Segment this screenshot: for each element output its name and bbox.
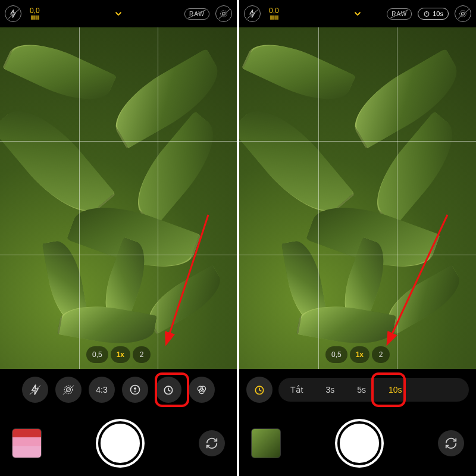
last-photo-thumbnail[interactable] [12, 428, 42, 458]
zoom-0-5x[interactable]: 0,5 [86, 346, 108, 363]
zoom-0-5x[interactable]: 0,5 [325, 346, 347, 363]
timer-button[interactable] [155, 377, 181, 403]
zoom-controls: 0,5 1x 2 [325, 346, 390, 363]
shutter-button[interactable] [337, 421, 381, 465]
zoom-1x[interactable]: 1x [111, 346, 130, 363]
exposure-indicator[interactable]: 0,0 ||||||||||||| [269, 7, 279, 20]
timer-option-off[interactable]: Tắt [284, 383, 309, 397]
controls-row: 4:3 [0, 369, 237, 411]
live-photo-button[interactable] [55, 377, 82, 403]
last-photo-thumbnail[interactable] [251, 428, 281, 458]
timer-icon-button[interactable] [246, 377, 273, 403]
flash-button[interactable] [22, 377, 48, 403]
timer-option-5s[interactable]: 5s [351, 383, 372, 397]
timer-options-pill: Tắt 3s 5s 10s [278, 378, 469, 402]
timer-status-label: 10s [433, 10, 443, 17]
camera-screen-right: 0,0 ||||||||||||| RAW 10s 0,5 [239, 0, 476, 476]
shutter-row [239, 411, 476, 476]
flash-icon[interactable] [5, 5, 21, 22]
exposure-button[interactable] [122, 377, 148, 403]
viewfinder[interactable]: 0,5 1x 2 [0, 27, 237, 369]
timer-options-row: Tắt 3s 5s 10s [239, 369, 476, 411]
exposure-ruler-icon: ||||||||||||| [270, 15, 278, 20]
shutter-row [0, 411, 237, 476]
zoom-2x[interactable]: 2 [133, 346, 151, 363]
camera-flip-button[interactable] [438, 430, 464, 456]
live-photo-icon[interactable] [455, 5, 471, 22]
zoom-2x[interactable]: 2 [372, 346, 390, 363]
filters-button[interactable] [189, 377, 215, 403]
camera-flip-button[interactable] [199, 430, 225, 456]
raw-toggle[interactable]: RAW [387, 8, 412, 20]
viewfinder[interactable]: 0,5 1x 2 [239, 27, 476, 369]
chevron-down-icon[interactable] [109, 5, 127, 23]
timer-status-badge[interactable]: 10s [418, 8, 449, 20]
top-bar: 0,0 ||||||||||||| RAW [0, 0, 237, 27]
shutter-button[interactable] [98, 421, 142, 465]
timer-option-10s[interactable]: 10s [383, 383, 408, 397]
raw-toggle[interactable]: RAW [184, 8, 209, 20]
zoom-controls: 0,5 1x 2 [86, 346, 151, 363]
camera-screen-left: 0,0 ||||||||||||| RAW 0,5 1x 2 [0, 0, 237, 476]
exposure-ruler-icon: ||||||||||||| [30, 15, 39, 20]
aspect-ratio-button[interactable]: 4:3 [89, 377, 115, 403]
chevron-down-icon[interactable] [349, 5, 367, 23]
zoom-1x[interactable]: 1x [350, 346, 369, 363]
exposure-indicator[interactable]: 0,0 ||||||||||||| [30, 7, 40, 20]
flash-icon[interactable] [244, 5, 261, 22]
timer-option-3s[interactable]: 3s [320, 383, 340, 397]
live-photo-icon[interactable] [215, 5, 232, 22]
top-bar: 0,0 ||||||||||||| RAW 10s [239, 0, 476, 27]
